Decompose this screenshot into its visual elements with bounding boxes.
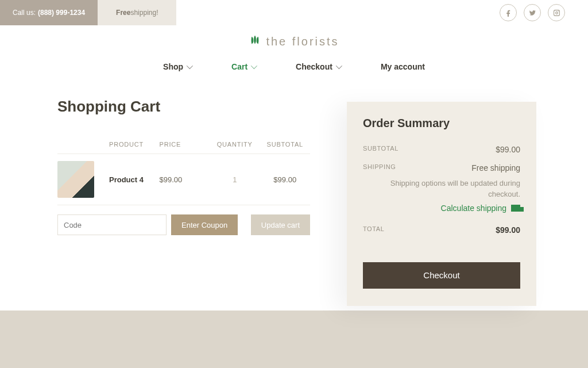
calculate-shipping-link[interactable]: Calculate shipping [363,204,520,213]
col-subtotal: SUBTOTAL [260,141,311,148]
phone-number[interactable]: (888) 999-1234 [38,9,85,17]
shipping-value: Free shipping [471,163,520,172]
product-thumbnail[interactable] [57,161,94,198]
subtotal-label: SUBTOTAL [363,145,399,154]
product-subtotal: $99.00 [260,175,311,184]
product-name[interactable]: Product 4 [109,175,160,184]
nav-checkout-label: Checkout [296,62,332,71]
nav-account[interactable]: My account [381,62,425,71]
nav-cart[interactable]: Cart [231,62,256,71]
twitter-icon[interactable] [524,4,541,21]
brand-logo[interactable]: the florists [249,34,339,49]
nav-shop[interactable]: Shop [163,62,191,71]
enter-coupon-button[interactable]: Enter Coupon [171,214,238,235]
nav-checkout[interactable]: Checkout [296,62,341,71]
brand-name: the florists [266,35,339,48]
update-cart-button[interactable]: Update cart [251,214,310,235]
total-value: $99.00 [496,225,520,235]
free-shipping-banner: Free shipping! [98,0,176,25]
cart-row: Product 4 $99.00 1 $99.00 [57,154,310,205]
col-price: PRICE [160,141,210,148]
coupon-input[interactable] [57,214,167,235]
main-nav: Shop Cart Checkout My account [0,54,588,84]
cart-table-head: PRODUCT PRICE QUANTITY SUBTOTAL [57,141,310,154]
free-shipping-rest: shipping! [130,9,158,17]
col-product: PRODUCT [109,141,160,148]
product-qty[interactable]: 1 [210,175,260,184]
instagram-icon[interactable] [548,4,565,21]
footer-strip [0,310,588,368]
facebook-icon[interactable] [500,4,517,21]
nav-cart-label: Cart [231,62,247,71]
call-us: Call us: (888) 999-1234 [0,0,98,25]
tulip-icon [249,34,261,49]
shipping-note: Shipping options will be updated during … [363,178,520,200]
chevron-down-icon [187,63,193,69]
summary-title: Order Summary [363,117,520,130]
subtotal-value: $99.00 [496,145,520,154]
call-us-label: Call us: [13,9,36,17]
free-shipping-bold: Free [116,9,130,17]
total-label: TOTAL [363,225,384,235]
shipping-label: SHIPPING [363,163,396,172]
chevron-down-icon [251,63,257,69]
truck-icon [511,205,520,212]
calculate-shipping-label: Calculate shipping [441,204,506,213]
nav-account-label: My account [381,62,425,71]
product-price: $99.00 [160,175,210,184]
chevron-down-icon [336,63,342,69]
checkout-button[interactable]: Checkout [363,262,520,289]
order-summary-panel: Order Summary SUBTOTAL $99.00 SHIPPING F… [347,102,536,306]
nav-shop-label: Shop [163,62,183,71]
col-quantity: QUANTITY [210,141,260,148]
